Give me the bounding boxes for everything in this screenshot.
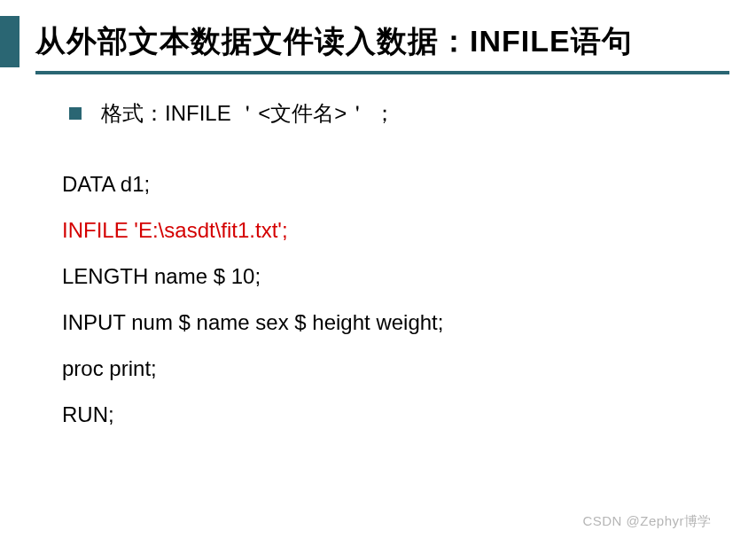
code-line-input: INPUT num $ name sex $ height weight;	[62, 310, 721, 335]
watermark: CSDN @Zephyr博学	[582, 513, 712, 530]
code-line-data: DATA d1;	[62, 172, 721, 197]
title-bar: 从外部文本数据文件读入数据：INFILE语句	[0, 16, 756, 67]
code-line-length: LENGTH name $ 10;	[62, 264, 721, 289]
bullet-text: 格式：INFILE ＇<文件名>＇ ；	[101, 99, 395, 128]
title-underline	[35, 71, 729, 74]
code-line-proc: proc print;	[62, 356, 721, 381]
bullet-format: 格式：INFILE ＇<文件名>＇ ；	[69, 99, 721, 128]
slide-title: 从外部文本数据文件读入数据：INFILE语句	[35, 16, 633, 67]
code-block: DATA d1; INFILE 'E:\sasdt\fit1.txt'; LEN…	[62, 172, 721, 427]
content-area: 格式：INFILE ＇<文件名>＇ ； DATA d1; INFILE 'E:\…	[0, 99, 756, 427]
title-accent	[0, 16, 19, 67]
code-line-run: RUN;	[62, 402, 721, 427]
code-line-infile: INFILE 'E:\sasdt\fit1.txt';	[62, 218, 721, 243]
bullet-square-icon	[69, 107, 82, 120]
